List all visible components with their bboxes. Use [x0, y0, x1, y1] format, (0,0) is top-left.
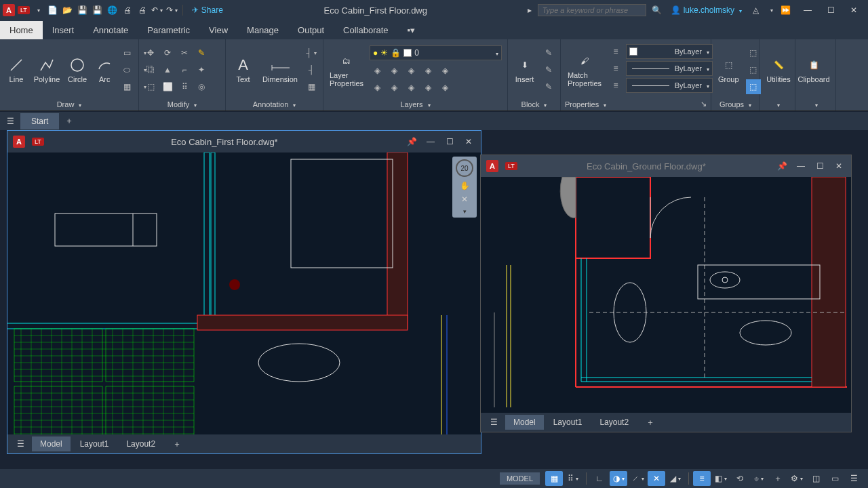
- doc2-layout-menu[interactable]: ☰: [484, 418, 504, 427]
- trim-icon[interactable]: ✂: [177, 45, 192, 60]
- doc2-max-button[interactable]: ☐: [813, 159, 827, 173]
- autodesk-icon[interactable]: ◬: [749, 3, 762, 17]
- undo-icon[interactable]: ↶: [151, 3, 164, 17]
- layer-freeze-icon[interactable]: ◈: [387, 63, 401, 78]
- doc1-layout2-tab[interactable]: Layout2: [118, 436, 163, 451]
- minimize-button[interactable]: —: [802, 4, 814, 16]
- scale-icon[interactable]: ⬜: [160, 79, 175, 94]
- doc2-layout-add[interactable]: ＋: [638, 414, 663, 431]
- custom-btn[interactable]: ☰: [845, 471, 863, 486]
- color-icon[interactable]: ≡: [608, 44, 623, 59]
- close-button[interactable]: ✕: [848, 4, 860, 16]
- group-edit-icon[interactable]: ⬚: [746, 62, 761, 77]
- orbit-icon[interactable]: ✕: [461, 195, 468, 204]
- snap-toggle[interactable]: ⠿: [564, 471, 582, 486]
- color-dropdown[interactable]: ByLayer: [626, 44, 713, 59]
- mirror-icon[interactable]: ▲: [160, 62, 175, 77]
- hatch-icon[interactable]: ▦: [119, 79, 134, 94]
- layer-iso-icon[interactable]: ◈: [420, 63, 435, 78]
- nav-more-icon[interactable]: ▾: [463, 208, 467, 215]
- block-edit-icon[interactable]: ✎: [541, 62, 556, 77]
- tab-view[interactable]: View: [199, 21, 237, 39]
- layer-properties-button[interactable]: 🗂Layer Properties: [328, 51, 366, 89]
- qat-dropdown[interactable]: [31, 3, 45, 17]
- offset-icon[interactable]: ◎: [194, 79, 209, 94]
- tab-collaborate[interactable]: Collaborate: [334, 21, 398, 39]
- user-menu[interactable]: 👤 luke.cholmsky: [665, 5, 747, 15]
- pan-icon[interactable]: ✋: [460, 181, 470, 190]
- leader2-icon[interactable]: ┤: [304, 62, 319, 77]
- maximize-button[interactable]: ☐: [825, 4, 837, 16]
- text-tool[interactable]: AText: [230, 55, 256, 85]
- layer-state-icon[interactable]: ◈: [437, 63, 452, 78]
- doc2-layout2-tab[interactable]: Layout2: [591, 415, 637, 430]
- osnap-toggle[interactable]: ✕: [648, 471, 665, 486]
- utilities-button[interactable]: 📏Utilities: [764, 55, 793, 85]
- doc2-canvas[interactable]: [481, 177, 851, 413]
- search-prev-icon[interactable]: ▸: [523, 3, 536, 17]
- layer-a-icon[interactable]: ◈: [370, 80, 384, 95]
- lineweight-dropdown[interactable]: ByLayer: [626, 61, 713, 76]
- layer-off-icon[interactable]: ◈: [370, 63, 384, 78]
- plot-icon[interactable]: 🖨: [121, 3, 134, 17]
- doc1-canvas[interactable]: 20 ✋ ✕ ▾: [7, 152, 481, 434]
- units-btn[interactable]: ▭: [826, 471, 844, 486]
- ellipse-icon[interactable]: ⬭: [119, 62, 134, 77]
- array-icon[interactable]: ⠿: [177, 79, 192, 94]
- isodraft-toggle[interactable]: ⟋: [629, 471, 646, 486]
- line-tool[interactable]: Line: [4, 55, 28, 85]
- layer-c-icon[interactable]: ◈: [403, 80, 418, 95]
- rect-icon[interactable]: ▭: [119, 45, 134, 60]
- match-properties-button[interactable]: 🖌Match Properties: [565, 51, 604, 89]
- saveas-icon[interactable]: 💾: [91, 3, 104, 17]
- doc1-close-button[interactable]: ✕: [462, 135, 475, 148]
- tab-home[interactable]: Home: [0, 21, 43, 39]
- arc-tool[interactable]: Arc: [94, 55, 115, 85]
- doc2-pin-icon[interactable]: 📌: [775, 159, 789, 173]
- polar-toggle[interactable]: ◑: [610, 471, 627, 486]
- search-input[interactable]: [538, 4, 646, 16]
- anno-monitor[interactable]: ◫: [807, 471, 825, 486]
- group-button[interactable]: ⬚Group: [715, 55, 742, 85]
- insert-block-button[interactable]: ⬇Insert: [512, 55, 537, 85]
- doc1-max-button[interactable]: ☐: [443, 135, 456, 148]
- table-icon[interactable]: ▦: [304, 79, 319, 94]
- otrack-toggle[interactable]: ◢: [667, 471, 684, 486]
- lw-toggle[interactable]: ≡: [693, 471, 711, 486]
- lw-icon[interactable]: ≡: [608, 61, 623, 76]
- search-icon[interactable]: 🔍: [650, 3, 664, 17]
- ws-dd[interactable]: ⚙: [788, 471, 806, 486]
- doc2-model-tab[interactable]: Model: [505, 415, 544, 430]
- workspace-btn[interactable]: ＋: [769, 471, 787, 486]
- block-attr-icon[interactable]: ✎: [541, 79, 556, 94]
- anno-scale[interactable]: ⟐: [750, 471, 768, 486]
- share-button[interactable]: ✈ Share: [186, 5, 229, 15]
- fillet-icon[interactable]: ⌐: [177, 62, 192, 77]
- doc1-model-tab[interactable]: Model: [32, 436, 71, 451]
- layer-b-icon[interactable]: ◈: [387, 80, 401, 95]
- layer-dropdown[interactable]: ● ☀ 🔒 0: [370, 45, 502, 60]
- viewcube-icon[interactable]: 20: [456, 159, 473, 177]
- open-web-icon[interactable]: 🌐: [106, 3, 119, 17]
- tab-insert[interactable]: Insert: [43, 21, 84, 39]
- transparency-toggle[interactable]: ◧: [712, 471, 730, 486]
- doc1-layout-menu[interactable]: ☰: [10, 439, 31, 449]
- doc2-layout1-tab[interactable]: Layout1: [545, 415, 591, 430]
- app-dropdown[interactable]: [764, 3, 777, 17]
- new-icon[interactable]: 📄: [46, 3, 60, 17]
- save-icon[interactable]: 💾: [76, 3, 90, 17]
- grid-toggle[interactable]: ▦: [545, 471, 563, 486]
- open-icon[interactable]: 📂: [61, 3, 75, 17]
- rotate-icon[interactable]: ⟳: [160, 45, 175, 60]
- circle-tool[interactable]: Circle: [65, 55, 90, 85]
- ungroup-icon[interactable]: ⬚: [746, 45, 761, 60]
- tab-parametric[interactable]: Parametric: [138, 21, 199, 39]
- tab-annotate[interactable]: Annotate: [83, 21, 138, 39]
- layer-lock2-icon[interactable]: ◈: [403, 63, 418, 78]
- copy-icon[interactable]: ⿻: [143, 62, 158, 77]
- doc1-layout1-tab[interactable]: Layout1: [72, 436, 117, 451]
- cycle-toggle[interactable]: ⟲: [731, 471, 749, 486]
- erase-icon[interactable]: ✎: [194, 45, 209, 60]
- move-icon[interactable]: ✥: [143, 45, 158, 60]
- doc1-layout-add[interactable]: ＋: [165, 436, 189, 453]
